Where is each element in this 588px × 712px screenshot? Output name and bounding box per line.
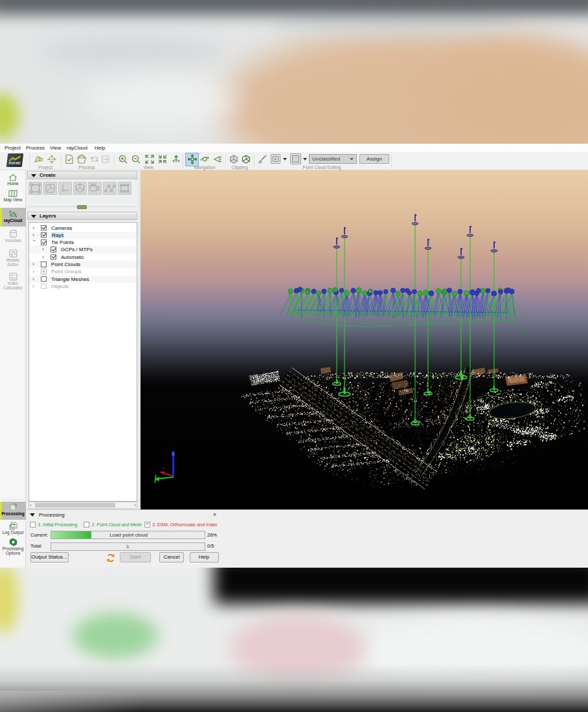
svg-text:x: x: [163, 466, 164, 470]
svg-text:LOG: LOG: [10, 526, 16, 529]
